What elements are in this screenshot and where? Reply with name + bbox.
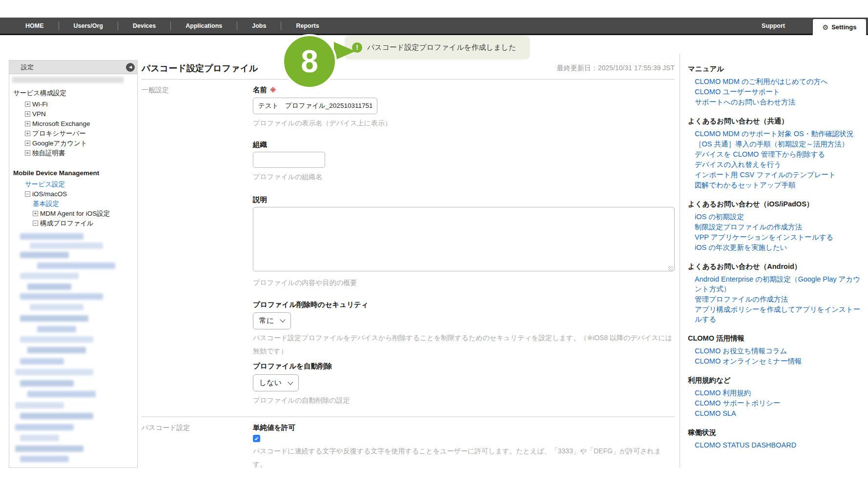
organization-field: 組織 プロファイルの組織名 [253,140,675,183]
redacted-block [15,369,93,375]
expand-icon[interactable]: + [25,131,30,136]
help-link[interactable]: 制限設定プロファイルの作成方法 [688,222,861,232]
help-panel: マニュアルCLOMO MDM のご利用がはじめての方へCLOMO ユーザーサポー… [680,54,865,468]
tree-item-label: プロキシサーバー [32,130,86,137]
nav-item-jobs[interactable]: Jobs [237,21,281,30]
help-link[interactable]: CLOMO 利用規約 [688,388,861,398]
redacted-block [15,446,83,452]
help-link[interactable]: CLOMO オンラインセミナー情報 [688,356,861,366]
organization-input[interactable] [253,152,325,168]
help-link[interactable]: 図解でわかるセットアップ手順 [688,180,861,190]
chevron-down-icon [288,379,293,385]
step-balloon-tail [334,42,355,61]
tree-item-label: 基本設定 [33,200,59,207]
expand-icon[interactable]: + [25,111,30,117]
tab-settings[interactable]: ⚙ Settings [812,18,867,35]
description-textarea[interactable] [253,207,675,271]
nav-item-home[interactable]: HOME [11,21,59,30]
redacted-block [27,347,86,353]
help-link[interactable]: CLOMO ユーザーサポート [688,87,861,97]
help-link[interactable]: アプリ構成ポリシーを作成してアプリをインストールする [688,305,861,324]
redacted-block [20,413,93,419]
tree-item-label: Wi-Fi [32,101,47,108]
tree-item-google-[interactable]: +Googleアカウント [13,139,137,148]
name-input[interactable] [253,98,377,114]
tree-item-vpn[interactable]: +VPN [13,109,137,119]
settings-sidebar: 設定 ◀ サービス構成設定+Wi-Fi+VPN+Microsoft Exchan… [9,60,138,468]
help-link[interactable]: CLOMO SLA [688,408,861,418]
step-number: 8 [301,43,318,80]
nav-items: HOMEUsers/OrgDevicesApplicationsJobsRepo… [11,21,334,31]
help-link[interactable]: CLOMO STATUS DASHBOARD [688,440,861,450]
allow-simple-label: 単純値を許可 [253,424,295,431]
sidebar-collapse-button[interactable]: ◀ [126,63,135,72]
tree-item-microsoft-exchange[interactable]: +Microsoft Exchange [13,119,137,129]
tree-item-label: Microsoft Exchange [32,120,90,127]
tree-item--[interactable]: 基本設定 [13,199,137,209]
tree-item-mdm-agent-for-ios-[interactable]: +MDM Agent for iOS設定 [13,209,137,219]
expand-icon[interactable]: + [25,121,30,126]
expand-icon[interactable]: + [25,150,30,156]
success-toast: ! パスコード設定プロファイルを作成しました [345,36,530,60]
redacted-block [20,435,59,441]
expand-icon[interactable]: + [33,211,38,216]
allow-simple-field: 単純値を許可 ✔ パスコードに連続する文字や反復する文字を使用することをユーザー… [253,423,675,468]
tree-item-label: 構成プロファイル [40,220,94,227]
removal-security-value: 常に [259,316,274,325]
nav-item-support[interactable]: Support [762,22,785,29]
help-link[interactable]: デバイスを CLOMO 管理下から削除する [688,149,861,159]
page-title: パスコード設定プロファイル [142,62,258,74]
nav-item-reports[interactable]: Reports [281,21,333,30]
tree-item-label: 独自証明書 [32,149,65,157]
tree-item--[interactable]: +プロキシサーバー [13,129,137,139]
auto-remove-field: プロファイルを自動削除 しない プロファイルの自動削除の設定 [253,362,675,407]
expand-icon[interactable]: + [25,102,30,107]
tree-item--[interactable]: +独自証明書 [13,148,137,158]
nav-item-devices[interactable]: Devices [118,21,171,30]
tree-item-ios-macos[interactable]: −iOS/macOS [13,189,137,199]
help-section-title: マニュアル [688,64,861,74]
help-link[interactable]: VPP アプリケーションをインストールする [688,232,861,242]
last-updated-timestamp: 最終更新日：2025/10/31 17:55:39 JST [557,64,675,73]
help-section-title: よくあるお問い合わせ（Android） [688,262,861,271]
redacted-block [15,402,64,408]
help-link[interactable]: デバイスの入れ替えを行う [688,160,861,169]
name-helper: プロファイルの表示名（デバイス上に表示） [253,117,675,130]
collapse-icon[interactable]: − [33,221,38,226]
toast-message: パスコード設定プロファイルを作成しました [367,43,516,52]
nav-item-applications[interactable]: Applications [171,21,237,30]
help-link[interactable]: CLOMO お役立ち情報コラム [688,346,861,356]
help-link[interactable]: インポート用 CSV ファイルのテンプレート [688,170,861,180]
help-section-title: 稼働状況 [688,428,861,437]
allow-simple-helper: パスコードに連続する文字や反復する文字を使用することをユーザーに許可します。たと… [253,445,675,468]
allow-simple-checkbox[interactable]: ✔ [253,435,260,442]
collapse-icon[interactable]: − [25,191,30,197]
help-link[interactable]: iOS の年次更新を実施したい [688,243,861,252]
redacted-block [20,380,74,386]
help-section-title: CLOMO 活用情報 [688,334,861,343]
tree-item--[interactable]: サービス設定 [13,180,137,189]
help-link[interactable]: サポートへのお問い合わせ方法 [688,97,861,107]
auto-remove-select[interactable]: しない [253,374,299,391]
help-link[interactable]: CLOMO MDM のご利用がはじめての方へ [688,77,861,86]
help-link[interactable]: Android Enterprise の初期設定（Google Play アカウ… [688,274,861,294]
help-link[interactable]: 管理プロファイルの作成方法 [688,294,861,304]
help-link[interactable]: iOS の初期設定 [688,212,861,222]
removal-security-label: プロファイル削除時のセキュリティ [253,301,368,308]
gear-icon: ⚙ [823,24,829,31]
nav-item-users-org[interactable]: Users/Org [59,21,118,30]
tree-item-label: MDM Agent for iOS設定 [40,210,110,217]
sidebar-header-label: 設定 [21,63,34,71]
tree-item--[interactable]: −構成プロファイル [13,219,137,228]
redacted-block [30,243,103,249]
help-link[interactable]: CLOMO サポートポリシー [688,398,861,408]
tree-item-wi-fi[interactable]: +Wi-Fi [13,100,137,109]
help-link[interactable]: CLOMO MDM のサポート対象 OS・動作確認状況 [688,129,861,139]
redacted-block [20,273,79,279]
removal-security-select[interactable]: 常に [253,312,291,329]
expand-icon[interactable]: + [25,141,30,146]
redacted-block [20,456,69,462]
tree-item-label: サービス設定 [25,181,65,188]
help-link[interactable]: ［OS 共通］導入の手順（初期設定～活用方法） [688,139,861,149]
auto-remove-label: プロファイルを自動削除 [253,362,332,370]
